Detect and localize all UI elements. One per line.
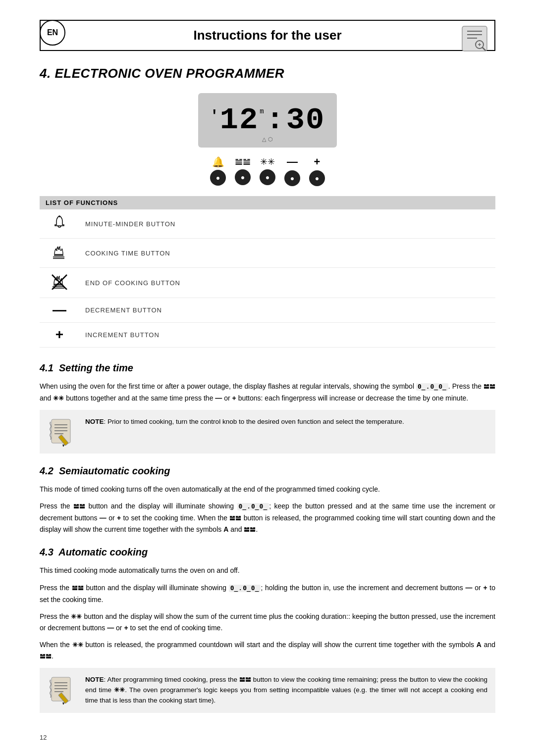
display-time: ' 12 m : 30 bbox=[210, 105, 325, 136]
subsection-42-heading: 4.2 Semiautomatic cooking bbox=[40, 465, 495, 477]
manual-icon bbox=[460, 24, 489, 53]
end-cooking-symbol-display: ✳✳ bbox=[260, 156, 275, 167]
page-header: EN Instructions for the user bbox=[40, 20, 495, 51]
func-icon-end-cooking bbox=[40, 268, 79, 298]
subsection-41-para1: When using the oven for the first time o… bbox=[40, 381, 495, 404]
note-text-43: NOTE: After programming timed cooking, p… bbox=[85, 675, 487, 706]
note-icon-43 bbox=[48, 675, 77, 705]
func-row-minute-minder: MINUTE-MINDER BUTTON bbox=[40, 209, 495, 239]
func-row-end-cooking: END OF COOKING BUTTON bbox=[40, 268, 495, 298]
page-title: Instructions for the user bbox=[193, 28, 341, 43]
func-icon-minute-minder bbox=[40, 209, 79, 239]
btn-cooking-group: 𝌡𝌡 ● bbox=[235, 156, 251, 185]
btn-minus-group: — ● bbox=[284, 155, 300, 186]
subsection-43-heading: 4.3 Automatic cooking bbox=[40, 547, 495, 558]
display-buttons-row: 🔔 ● 𝌡𝌡 ● ✳✳ ● — bbox=[210, 155, 325, 186]
func-desc-decrement: DECREMENT BUTTON bbox=[79, 298, 495, 323]
page: EN Instructions for the user 4. ELECTRON… bbox=[0, 0, 535, 756]
subsection-42-para1: This mode of timed cooking turns off the… bbox=[40, 484, 495, 495]
section-heading: 4. ELECTRONIC OVEN PROGRAMMER bbox=[40, 66, 495, 81]
note-box-41: NOTE: Prior to timed cooking, turn the c… bbox=[40, 410, 495, 454]
func-desc-cooking-time: COOKING TIME BUTTON bbox=[79, 239, 495, 268]
subsection-43-para1: This timed cooking mode automatically tu… bbox=[40, 565, 495, 576]
plus-symbol-display: + bbox=[314, 155, 321, 168]
functions-table-header-cell: LIST OF FUNCTIONS bbox=[40, 196, 495, 209]
cooking-symbol-display: 𝌡𝌡 bbox=[235, 156, 251, 167]
btn-bell-group: 🔔 ● bbox=[210, 156, 226, 186]
func-row-decrement: — DECREMENT BUTTON bbox=[40, 298, 495, 323]
language-badge: EN bbox=[40, 20, 65, 46]
functions-table-header: LIST OF FUNCTIONS bbox=[40, 196, 495, 209]
btn-cooking-circle[interactable]: ● bbox=[235, 169, 251, 185]
subsection-43-para2: Press the 𝌡𝌡 button and the display will… bbox=[40, 582, 495, 605]
display-screen: ' 12 m : 30 △ ⬡ bbox=[198, 93, 337, 148]
btn-plus-group: + ● bbox=[309, 155, 325, 186]
btn-end-cooking-circle[interactable]: ● bbox=[260, 169, 275, 185]
display-panel: ' 12 m : 30 △ ⬡ 🔔 ● 𝌡𝌡 bbox=[40, 93, 495, 186]
subsection-41-heading: 4.1 Setting the time bbox=[40, 362, 495, 374]
func-icon-cooking-time bbox=[40, 239, 79, 268]
func-row-cooking-time: COOKING TIME BUTTON bbox=[40, 239, 495, 268]
subsection-43-para4: When the ✳✳ button is released, the prog… bbox=[40, 639, 495, 662]
btn-bell-circle[interactable]: ● bbox=[210, 170, 226, 186]
func-desc-end-cooking: END OF COOKING BUTTON bbox=[79, 268, 495, 298]
note-icon-41 bbox=[48, 417, 77, 447]
subsection-43-para3: Press the ✳✳ button and the display will… bbox=[40, 611, 495, 633]
func-row-increment: + INCREMENT BUTTON bbox=[40, 323, 495, 348]
func-icon-increment: + bbox=[40, 323, 79, 348]
bell-symbol-display: 🔔 bbox=[212, 156, 224, 168]
functions-table: LIST OF FUNCTIONS MINUTE-MINDER BUTTON bbox=[40, 196, 495, 348]
minus-symbol-display: — bbox=[287, 155, 298, 168]
page-number: 12 bbox=[40, 734, 47, 741]
display-indicators: △ ⬡ bbox=[262, 136, 273, 143]
btn-end-cooking-group: ✳✳ ● bbox=[260, 156, 275, 185]
subsection-42-para2: Press the 𝌡𝌡 button and the display will… bbox=[40, 501, 495, 535]
btn-minus-circle[interactable]: ● bbox=[284, 170, 300, 186]
note-text-41: NOTE: Prior to timed cooking, turn the c… bbox=[85, 417, 404, 427]
btn-plus-circle[interactable]: ● bbox=[309, 170, 325, 186]
func-desc-increment: INCREMENT BUTTON bbox=[79, 323, 495, 348]
func-desc-minute-minder: MINUTE-MINDER BUTTON bbox=[79, 209, 495, 239]
func-icon-decrement: — bbox=[40, 298, 79, 323]
note-box-43: NOTE: After programming timed cooking, p… bbox=[40, 668, 495, 713]
